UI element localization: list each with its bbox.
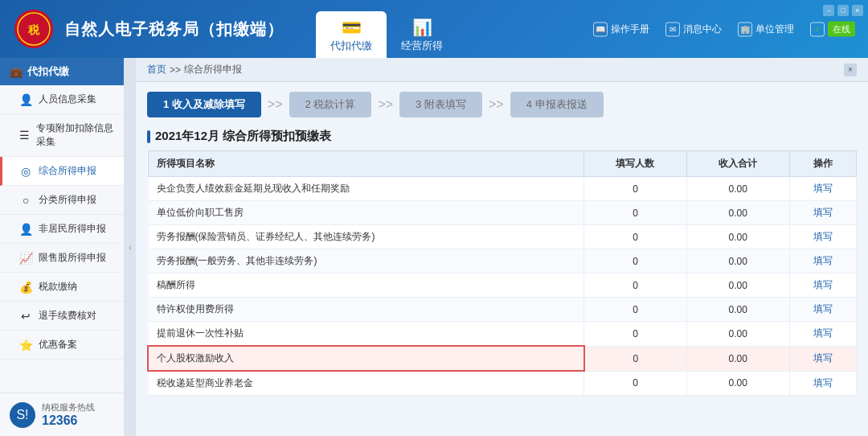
cell-action[interactable]: 填写: [789, 201, 856, 225]
fill-link[interactable]: 填写: [813, 231, 833, 242]
fill-link[interactable]: 填写: [813, 303, 833, 315]
cell-action[interactable]: 填写: [789, 322, 856, 347]
step-3[interactable]: 3 附表填写: [399, 92, 482, 117]
sidebar-item-restricted[interactable]: 📈 限售股所得申报: [0, 244, 124, 273]
app-title: 自然人电子税务局（扣缴端）: [64, 19, 284, 40]
table-row: 稿酬所得00.00填写: [148, 274, 857, 298]
cell-income: 0.00: [686, 298, 789, 322]
sidebar-item-personnel[interactable]: 👤 人员信息采集: [0, 85, 124, 114]
app-body: 💼 代扣代缴 👤 人员信息采集 ☰ 专项附加扣除信息采集 ◎ 综合所得申报 ○ …: [0, 58, 868, 436]
sidebar-item-tax[interactable]: 💰 税款缴纳: [0, 273, 124, 302]
table-row: 提前退休一次性补贴00.00填写: [148, 322, 857, 347]
nonresident-icon: 👤: [19, 223, 32, 236]
steps-bar: 1 收入及减除填写 >> 2 税款计算 >> 3 附表填写 >>: [136, 82, 868, 124]
sidebar: 💼 代扣代缴 👤 人员信息采集 ☰ 专项附加扣除信息采集 ◎ 综合所得申报 ○ …: [0, 58, 125, 436]
manual-icon: 📖: [593, 22, 608, 36]
cell-count: 0: [584, 177, 687, 201]
cell-count: 0: [584, 225, 687, 249]
comprehensive-icon: ◎: [19, 165, 32, 178]
step-2[interactable]: 2 税款计算: [289, 92, 372, 117]
step-1-box[interactable]: 1 收入及减除填写: [147, 92, 261, 117]
action-message[interactable]: ✉ 消息中心: [665, 22, 722, 36]
main-content: 首页 >> 综合所得申报 × 1 收入及减除填写 >> 2 税款计算: [136, 58, 868, 436]
cell-income-name: 单位低价向职工售房: [148, 201, 584, 225]
sidebar-collapse-button[interactable]: ‹: [125, 58, 136, 436]
sidebar-footer: S! 纳税服务热线 12366: [0, 393, 124, 436]
cell-action[interactable]: 填写: [789, 371, 856, 396]
tab-jingying-icon: 📊: [412, 18, 432, 37]
sidebar-item-comprehensive[interactable]: ◎ 综合所得申报: [0, 157, 124, 186]
tab-dakou[interactable]: 💳 代扣代缴: [316, 11, 387, 58]
message-icon: ✉: [665, 22, 680, 36]
cell-action[interactable]: 填写: [789, 298, 856, 322]
sidebar-item-category[interactable]: ○ 分类所得申报: [0, 186, 124, 215]
cell-action[interactable]: 填写: [789, 274, 856, 298]
fill-link[interactable]: 填写: [813, 207, 833, 218]
hotline-label: 纳税服务热线: [42, 401, 95, 413]
step-3-box[interactable]: 3 附表填写: [399, 92, 482, 117]
action-online: ✓ 在线: [810, 22, 855, 37]
breadcrumb-bar: 首页 >> 综合所得申报 ×: [136, 58, 868, 82]
close-button[interactable]: ×: [852, 5, 863, 16]
cell-count: 0: [584, 371, 687, 396]
tab-dakou-label: 代扣代缴: [330, 39, 372, 53]
cell-count: 0: [584, 249, 687, 274]
cell-action[interactable]: 填写: [789, 249, 856, 274]
sidebar-item-nonresident[interactable]: 👤 非居民所得申报: [0, 215, 124, 244]
breadcrumb-sep1: >>: [170, 64, 181, 76]
cell-action[interactable]: 填写: [789, 177, 856, 201]
table-row: 税收递延型商业养老金00.00填写: [148, 371, 857, 396]
fill-link[interactable]: 填写: [813, 377, 833, 389]
table-wrap: 所得项目名称 填写人数 收入合计 操作 央企负责人绩效薪金延期兑现收入和任期奖励…: [136, 150, 868, 436]
fill-link[interactable]: 填写: [813, 279, 833, 290]
sidebar-item-special[interactable]: ☰ 专项附加扣除信息采集: [0, 114, 124, 157]
cell-income: 0.00: [686, 177, 789, 201]
cell-count: 0: [584, 298, 687, 322]
action-manual[interactable]: 📖 操作手册: [593, 22, 649, 36]
cell-income: 0.00: [686, 274, 789, 298]
cell-income-name: 特许权使用费所得: [148, 298, 584, 322]
cell-income-name: 个人股权激励收入: [148, 346, 584, 371]
breadcrumb-home[interactable]: 首页: [147, 63, 166, 76]
step-4-box[interactable]: 4 申报表报送: [510, 92, 604, 117]
cell-income: 0.00: [686, 371, 789, 396]
step-4[interactable]: 4 申报表报送: [510, 92, 604, 117]
fill-link[interactable]: 填写: [813, 352, 833, 364]
table-row: 央企负责人绩效薪金延期兑现收入和任期奖励00.00填写: [148, 177, 857, 201]
tab-jingying[interactable]: 📊 经营所得: [387, 11, 457, 58]
sidebar-item-refund[interactable]: ↩ 退手续费核对: [0, 302, 124, 331]
table-row: 单位低价向职工售房00.00填写: [148, 201, 857, 225]
tax-icon: 💰: [19, 281, 32, 294]
section-title: 2021年12月 综合所得预扣预缴表: [136, 124, 868, 150]
col-count: 填写人数: [584, 151, 687, 177]
cell-action[interactable]: 填写: [789, 346, 856, 371]
hotline-icon: S!: [10, 402, 35, 428]
step-1[interactable]: 1 收入及减除填写: [147, 92, 261, 117]
step-2-box[interactable]: 2 税款计算: [289, 92, 372, 117]
table-row: 个人股权激励收入00.00填写: [148, 346, 857, 371]
maximize-button[interactable]: □: [837, 5, 849, 16]
breadcrumb-close-button[interactable]: ×: [844, 64, 857, 76]
window-controls: － □ ×: [823, 5, 863, 16]
svg-text:税: 税: [27, 23, 40, 36]
cell-action[interactable]: 填写: [789, 225, 856, 249]
table-row: 劳务报酬(保险营销员、证券经纪人、其他连续劳务)00.00填写: [148, 225, 857, 249]
breadcrumb: 首页 >> 综合所得申报: [147, 63, 242, 76]
cell-count: 0: [584, 346, 687, 371]
fill-link[interactable]: 填写: [813, 183, 833, 194]
sidebar-header-icon: 💼: [10, 66, 23, 78]
title-tabs: 💳 代扣代缴 📊 经营所得: [316, 0, 457, 58]
action-unit[interactable]: 🏢 单位管理: [738, 22, 794, 36]
cell-income-name: 劳务报酬(保险营销员、证券经纪人、其他连续劳务): [148, 225, 584, 249]
step-arrow-2: >>: [378, 97, 393, 112]
fill-link[interactable]: 填写: [813, 327, 833, 339]
breadcrumb-current: 综合所得申报: [184, 63, 242, 76]
cell-count: 0: [584, 274, 687, 298]
table-row: 劳务报酬(一般劳务、其他非连续劳务)00.00填写: [148, 249, 857, 274]
sidebar-header: 💼 代扣代缴: [0, 58, 124, 85]
fill-link[interactable]: 填写: [813, 255, 833, 266]
title-actions: 📖 操作手册 ✉ 消息中心 🏢 单位管理 ✓ 在线: [593, 22, 855, 37]
sidebar-item-favor[interactable]: ⭐ 优惠备案: [0, 331, 124, 360]
cell-count: 0: [584, 201, 687, 225]
minimize-button[interactable]: －: [823, 5, 834, 16]
